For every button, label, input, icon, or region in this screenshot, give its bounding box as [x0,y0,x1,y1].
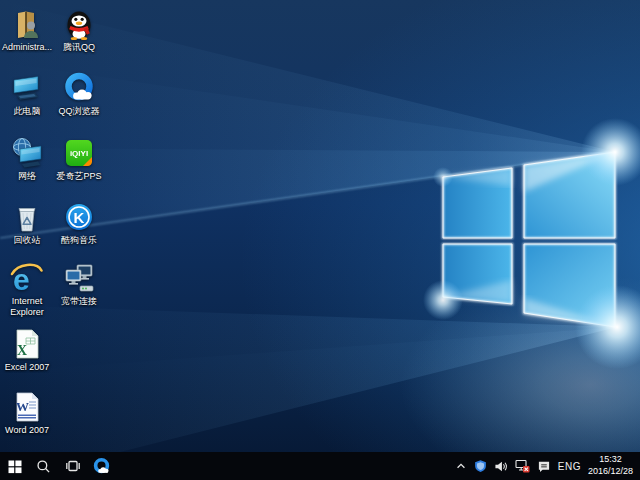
desktop-icon-kugou-music[interactable]: K 酷狗音乐 [52,200,106,246]
desktop-icon-network[interactable]: 网络 [0,136,54,182]
search-button[interactable] [29,452,58,480]
volume-tray[interactable] [494,460,508,473]
icon-label: 爱奇艺PPS [56,171,101,182]
desktop-icon-qq-browser[interactable]: QQ浏览器 [52,71,106,117]
start-button[interactable] [0,452,29,480]
icon-label: Word 2007 [5,425,49,436]
recycle-bin-icon [10,200,44,234]
desktop-icon-iqiyi-pps[interactable]: iQIYI 爱奇艺PPS [52,136,106,182]
speaker-icon [494,460,508,473]
desktop-icon-excel-2007[interactable]: X Excel 2007 [0,327,54,373]
search-icon [36,459,51,474]
desktop-icon-word-2007[interactable]: W Word 2007 [0,390,54,436]
chevron-up-icon [455,460,467,472]
internet-explorer-icon: e [10,261,44,295]
user-folder-icon [10,7,44,41]
qq-browser-icon [62,71,96,105]
taskbar-clock[interactable]: 15:32 2016/12/28 [588,454,633,477]
icon-label: 此电脑 [14,106,41,117]
network-icon [10,136,44,170]
qq-browser-icon [92,457,111,476]
computer-icon [10,71,44,105]
icon-label: 酷狗音乐 [61,235,97,246]
network-error-tray[interactable] [515,459,530,473]
language-indicator[interactable]: ENG [558,461,581,472]
svg-text:W: W [16,399,29,414]
icon-label: Internet Explorer [0,296,54,318]
word-icon: W [10,390,44,424]
qq-penguin-icon [62,7,96,41]
security-shield-tray[interactable] [474,459,487,473]
iqiyi-icon: iQIYI [62,136,96,170]
shield-icon [474,459,487,473]
clock-date: 2016/12/28 [588,466,633,478]
svg-text:iQIYI: iQIYI [70,149,88,158]
icon-label: 腾讯QQ [63,42,95,53]
icon-label: 回收站 [14,235,41,246]
icon-label: QQ浏览器 [58,106,99,117]
desktop-icon-administrator[interactable]: Administra... [0,7,54,53]
action-center-tray[interactable] [537,460,551,473]
desktop: Administra... 腾讯QQ [0,0,640,480]
taskbar: ENG 15:32 2016/12/28 [0,452,640,480]
desktop-icon-tencent-qq[interactable]: 腾讯QQ [52,7,106,53]
monitor-error-icon [515,459,530,473]
icon-label: Administra... [2,42,52,53]
icon-label: Excel 2007 [5,362,50,373]
desktop-icon-recycle-bin[interactable]: 回收站 [0,200,54,246]
clock-time: 15:32 [588,454,633,466]
icon-label: 网络 [18,171,36,182]
action-center-icon [537,460,551,473]
excel-icon: X [10,327,44,361]
task-view-icon [65,458,81,474]
task-view-button[interactable] [58,452,87,480]
hidden-icons-chevron[interactable] [455,460,467,472]
desktop-icon-this-pc[interactable]: 此电脑 [0,71,54,117]
broadband-connection-icon [62,261,96,295]
svg-text:K: K [74,209,85,226]
icon-label: 宽带连接 [61,296,97,307]
taskbar-qq-browser-button[interactable] [87,452,116,480]
kugou-icon: K [62,200,96,234]
desktop-icon-broadband[interactable]: 宽带连接 [52,261,106,307]
system-tray: ENG 15:32 2016/12/28 [455,452,640,480]
windows-logo-icon [7,458,23,474]
svg-text:X: X [17,343,27,358]
desktop-icon-internet-explorer[interactable]: e Internet Explorer [0,261,54,318]
